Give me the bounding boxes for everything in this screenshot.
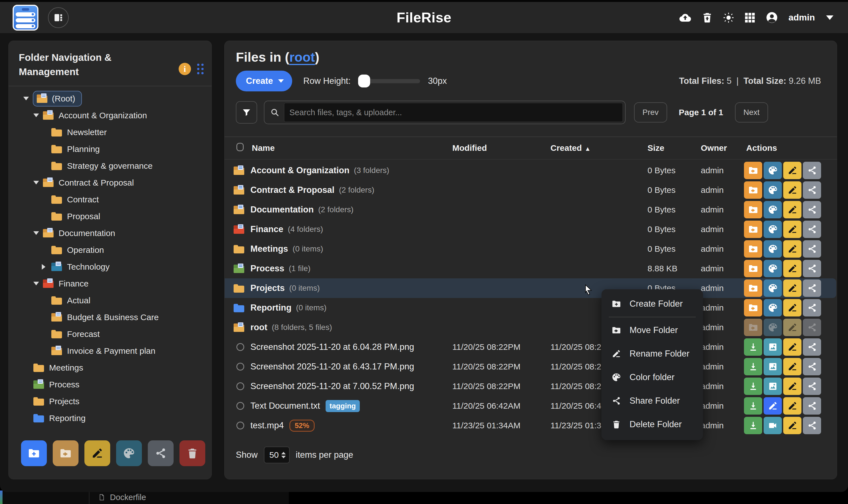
tree-item[interactable]: Actual: [9, 292, 211, 309]
share-action-button[interactable]: [803, 221, 821, 238]
caret-down-icon[interactable]: [33, 181, 43, 184]
column-header-size[interactable]: Size: [648, 143, 664, 153]
row-height-slider[interactable]: [359, 79, 420, 83]
cloud-upload-icon[interactable]: [678, 11, 692, 24]
share-action-button[interactable]: [803, 417, 821, 434]
context-menu-item-rename-folder[interactable]: Rename Folder: [601, 342, 703, 365]
table-row-folder[interactable]: Documentation(2 folders) 0 Bytesadmin: [236, 200, 826, 219]
row-checkbox[interactable]: [236, 382, 244, 390]
row-checkbox[interactable]: [236, 402, 244, 410]
create-button[interactable]: Create: [236, 71, 292, 91]
rename-action-button[interactable]: [783, 240, 801, 258]
table-row-file[interactable]: Screenshot 2025-11-20 at 7.00.52 PM.png …: [236, 376, 826, 396]
rename-action-button[interactable]: [783, 280, 801, 297]
table-row-file[interactable]: Text Document.txttagging 11/20/25 06:42A…: [236, 396, 826, 416]
select-all-checkbox[interactable]: [236, 143, 244, 151]
tree-item[interactable]: Planning: [9, 141, 211, 158]
color-folder-action-button[interactable]: [764, 221, 782, 238]
color-folder-action-button[interactable]: [764, 162, 782, 179]
tree-item[interactable]: Process: [9, 376, 211, 393]
color-folder-button[interactable]: [116, 440, 142, 466]
rename-action-button[interactable]: [783, 378, 801, 395]
table-row-folder[interactable]: Account & Organization(3 folders) 0 Byte…: [236, 161, 826, 180]
rename-action-button[interactable]: [783, 358, 801, 375]
grid-icon[interactable]: [744, 12, 756, 23]
tree-item[interactable]: Documentation: [9, 225, 211, 241]
tree-item[interactable]: Contract: [9, 191, 211, 208]
table-row-file[interactable]: Screenshot 2025-11-20 at 6.43.17 PM.png …: [236, 357, 826, 376]
share-action-button[interactable]: [803, 181, 821, 199]
download-action-button[interactable]: [744, 378, 762, 395]
caret-right-icon[interactable]: [42, 264, 51, 270]
caret-down-icon[interactable]: [33, 113, 43, 117]
table-row-folder-selected[interactable]: Projects(0 items) 0 Bytesadmin: [236, 278, 826, 298]
preview-image-action-button[interactable]: [764, 338, 782, 356]
filter-button[interactable]: [236, 101, 257, 124]
edit-file-action-button[interactable]: [764, 397, 782, 415]
preview-image-action-button[interactable]: [764, 358, 782, 375]
column-header-name[interactable]: Name: [252, 143, 275, 153]
context-menu-item-color-folder[interactable]: Color folder: [601, 365, 703, 389]
download-action-button[interactable]: [744, 338, 762, 356]
move-folder-action-button[interactable]: [744, 162, 762, 179]
trash-restore-icon[interactable]: [701, 12, 713, 23]
sun-icon[interactable]: [723, 12, 735, 23]
tree-item[interactable]: Budget & Business Care: [9, 309, 211, 326]
rename-action-button[interactable]: [783, 181, 801, 199]
table-row-folder-disabled[interactable]: root(8 folders, 5 files) admin: [236, 318, 826, 337]
user-avatar-icon[interactable]: [765, 11, 778, 24]
share-folder-button[interactable]: [148, 440, 174, 466]
rename-action-button[interactable]: [783, 338, 801, 356]
color-folder-action-button[interactable]: [764, 260, 782, 277]
context-menu-item-share-folder[interactable]: Share Folder: [601, 389, 703, 413]
tree-item[interactable]: Contract & Proposal: [9, 174, 211, 191]
share-action-button[interactable]: [803, 378, 821, 395]
table-row-folder[interactable]: Meetings(0 items) 0 Bytesadmin: [236, 239, 826, 259]
context-menu-item-delete-folder[interactable]: Delete Folder: [601, 413, 703, 436]
color-folder-action-button[interactable]: [764, 201, 782, 218]
prev-page-button[interactable]: Prev: [634, 102, 667, 123]
move-folder-action-button[interactable]: [744, 240, 762, 258]
create-folder-button[interactable]: [21, 440, 47, 466]
panel-toggle-button[interactable]: [48, 7, 69, 28]
tree-item[interactable]: Meetings: [9, 359, 211, 376]
tree-item[interactable]: Invoice & Payment plan: [9, 343, 211, 359]
color-folder-action-button[interactable]: [764, 181, 782, 199]
user-menu-label[interactable]: admin: [789, 12, 815, 23]
row-checkbox[interactable]: [236, 421, 244, 429]
table-row-folder[interactable]: Finance(4 folders) 0 Bytesadmin: [236, 219, 826, 239]
root-breadcrumb-link[interactable]: root: [289, 50, 315, 65]
tree-item[interactable]: Finance: [9, 275, 211, 292]
column-header-owner[interactable]: Owner: [701, 143, 727, 153]
tree-item[interactable]: Proposal: [9, 208, 211, 225]
preview-image-action-button[interactable]: [764, 378, 782, 395]
move-folder-button[interactable]: [53, 440, 78, 466]
table-row-folder[interactable]: Process(1 file) 8.88 KBadmin: [236, 259, 826, 278]
row-checkbox[interactable]: [236, 343, 244, 351]
tree-item[interactable]: Strategy & governance: [9, 158, 211, 174]
share-action-button[interactable]: [803, 162, 821, 179]
share-action-button[interactable]: [803, 240, 821, 258]
share-action-button[interactable]: [803, 299, 821, 317]
selected-folder-pill[interactable]: (Root): [33, 91, 82, 107]
rename-action-button[interactable]: [783, 260, 801, 277]
share-action-button[interactable]: [803, 397, 821, 415]
rename-action-button[interactable]: [783, 417, 801, 434]
tree-item[interactable]: Reporting: [9, 410, 211, 427]
column-header-modified[interactable]: Modified: [452, 143, 487, 153]
download-action-button[interactable]: [744, 417, 762, 434]
rename-action-button[interactable]: [783, 162, 801, 179]
rename-folder-button[interactable]: [84, 440, 110, 466]
tree-item-root[interactable]: (Root): [9, 90, 211, 107]
tree-item[interactable]: Operation: [9, 241, 211, 258]
rename-action-button[interactable]: [783, 397, 801, 415]
table-row-file[interactable]: Screenshot 2025-11-20 at 6.04.28 PM.png …: [236, 337, 826, 357]
color-folder-action-button[interactable]: [764, 299, 782, 317]
delete-folder-button[interactable]: [179, 440, 205, 466]
share-action-button[interactable]: [803, 358, 821, 375]
play-video-action-button[interactable]: [764, 417, 782, 434]
caret-down-icon[interactable]: [23, 97, 33, 100]
share-action-button[interactable]: [803, 201, 821, 218]
share-action-button[interactable]: [803, 260, 821, 277]
page-size-select[interactable]: 50: [264, 447, 290, 463]
